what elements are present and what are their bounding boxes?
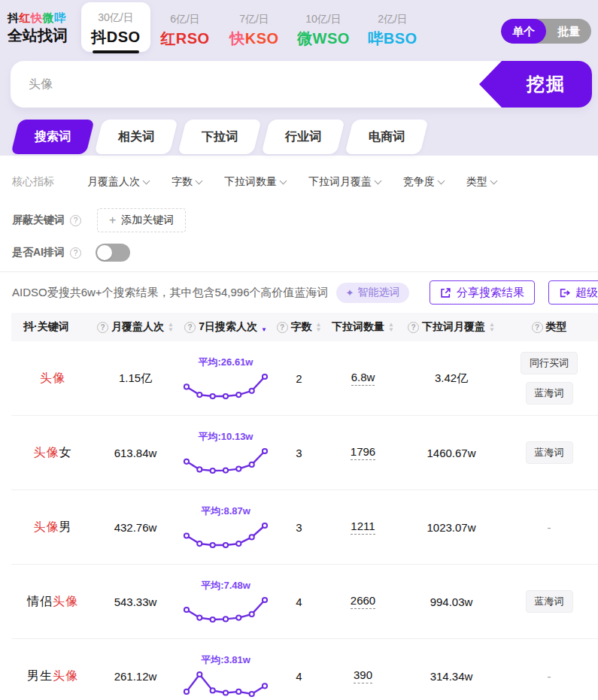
monthly-coverage-cell: 1.15亿	[94, 371, 177, 386]
header-area: 抖红快微哔 全站找词 30亿/日 抖DSO 6亿/日 红RSO 7亿/日 快KS…	[0, 0, 598, 156]
help-icon[interactable]: ?	[277, 322, 288, 333]
keyword-cell[interactable]: 头像女	[11, 445, 94, 461]
help-icon[interactable]: ?	[408, 322, 419, 333]
dropdown-count-link[interactable]: 6.8w	[351, 371, 375, 386]
sort-down-icon[interactable]: ▼	[316, 327, 322, 332]
filter-dropdown-label: 月覆盖人次	[87, 175, 140, 189]
content-panel: 核心指标 月覆盖人次 字数 下拉词数量 下拉词月覆盖 竞争度 类型 屏蔽关键词 …	[0, 172, 598, 700]
table-row: 头像 1.15亿 平均:26.61w 2 6.8w 3.42亿 同行买词蓝海词	[11, 341, 598, 416]
column-header[interactable]: ? 下拉词月覆盖 ▲ ▼	[402, 320, 500, 334]
type-tags-cell: 蓝海词	[500, 441, 598, 464]
platform-tab[interactable]: 30亿/日 抖DSO	[81, 2, 150, 52]
type-tag: 蓝海词	[526, 590, 573, 613]
dropdown-count-link[interactable]: 2660	[351, 594, 375, 609]
dropdown-count-link[interactable]: 1796	[351, 445, 375, 460]
platform-tab-name: 抖DSO	[81, 27, 150, 47]
sort-icons[interactable]: ▲ ▼	[168, 322, 174, 332]
sort-icons[interactable]: ▲ ▼	[316, 322, 322, 332]
column-header-label: 7日搜索人次	[199, 320, 257, 334]
trend-average-label: 平均:10.13w	[199, 430, 253, 444]
sort-down-icon[interactable]: ▼	[168, 327, 174, 332]
dropdown-count-link[interactable]: 1211	[351, 520, 375, 535]
filter-dropdown[interactable]: 字数	[172, 175, 202, 189]
mode-single-button[interactable]: 单个	[501, 19, 546, 44]
search-input-value: 头像	[29, 77, 53, 92]
trend-average-label: 平均:3.81w	[201, 653, 250, 667]
trend-sparkline	[181, 371, 271, 402]
sort-down-icon[interactable]: ▼	[388, 327, 394, 332]
divider	[0, 271, 598, 272]
help-icon[interactable]: ?	[532, 322, 543, 333]
word-type-tab[interactable]: 相关词	[94, 120, 178, 154]
filter-dropdown[interactable]: 下拉词数量	[224, 175, 286, 189]
smart-select-button[interactable]: ✦ 智能选词	[336, 283, 410, 303]
filter-dropdown[interactable]: 月覆盖人次	[87, 175, 149, 189]
platform-tab[interactable]: 7亿/日 快KSO	[220, 0, 289, 53]
filter-dropdown[interactable]: 下拉词月覆盖	[308, 175, 381, 189]
keyword-cell[interactable]: 情侣头像	[11, 594, 94, 610]
type-tags-cell: 蓝海词	[500, 590, 598, 613]
type-tags-cell: -	[500, 521, 598, 534]
dropdown-count-link[interactable]: 390	[354, 668, 372, 683]
platform-name-text: BSO	[384, 30, 417, 47]
add-keyword-label: 添加关键词	[121, 214, 174, 227]
word-type-tab[interactable]: 行业词	[261, 120, 345, 154]
word-count-cell: 4	[275, 670, 323, 683]
keyword-cell[interactable]: 头像	[11, 371, 94, 386]
ai-sort-toggle[interactable]	[96, 244, 130, 262]
filter-dropdowns: 月覆盖人次 字数 下拉词数量 下拉词月覆盖 竞争度 类型	[87, 175, 496, 189]
trend-cell: 平均:7.48w	[177, 579, 275, 625]
dig-button-label: 挖掘	[527, 74, 566, 94]
smart-select-label: 智能选词	[357, 286, 399, 299]
platform-tab[interactable]: 6亿/日 红RSO	[150, 0, 220, 53]
dig-button[interactable]: 挖掘	[479, 61, 592, 108]
export-icon	[559, 287, 570, 298]
platform-name-text: RSO	[176, 30, 210, 47]
word-type-tab[interactable]: 电商词	[345, 120, 428, 154]
help-icon[interactable]: ?	[184, 322, 196, 333]
mode-toggle: 单个 批量	[501, 19, 591, 44]
trend-sparkline	[181, 669, 271, 699]
platform-tab[interactable]: 2亿/日 哔BSO	[358, 0, 427, 53]
add-keyword-button[interactable]: + 添加关键词	[97, 208, 186, 232]
super-export-button[interactable]: 超级导出	[548, 280, 598, 305]
filter-dropdown[interactable]: 竞争度	[403, 175, 444, 189]
word-type-tab-label: 相关词	[118, 129, 154, 145]
dropdown-monthly-cell: 1460.67w	[402, 447, 500, 459]
sort-icons[interactable]: ▲ ▼	[261, 322, 267, 332]
word-type-tab[interactable]: 下拉词	[178, 120, 261, 154]
column-header[interactable]: ? 7日搜索人次 ▲ ▼	[177, 320, 275, 334]
keyword-cell[interactable]: 头像男	[11, 520, 94, 535]
column-header[interactable]: 抖·关键词	[11, 320, 94, 334]
sort-down-icon[interactable]: ▼	[261, 327, 267, 332]
keyword-cell[interactable]: 男生头像	[11, 668, 94, 684]
mode-batch-button[interactable]: 批量	[546, 19, 591, 44]
keyword-segment: 头像	[34, 445, 59, 461]
column-header[interactable]: ? 类型	[500, 320, 598, 334]
word-count-cell: 3	[275, 447, 323, 459]
chevron-down-icon	[438, 177, 445, 184]
share-results-button[interactable]: 分享搜索结果	[430, 280, 535, 305]
sort-icons[interactable]: ▲ ▼	[489, 322, 495, 332]
sort-icons[interactable]: ▲ ▼	[388, 322, 394, 332]
sort-down-icon[interactable]: ▼	[489, 327, 495, 332]
word-count-cell: 3	[275, 521, 323, 534]
word-type-tab-label: 电商词	[369, 129, 405, 145]
type-tag: 同行买词	[521, 352, 578, 374]
ai-sort-label: 是否AI排词	[12, 246, 65, 259]
column-header[interactable]: ? 月覆盖人次 ▲ ▼	[94, 320, 177, 334]
keyword-segment: 头像	[53, 668, 78, 684]
platform-tab[interactable]: 10亿/日 微WSO	[289, 0, 358, 53]
help-icon[interactable]: ?	[97, 322, 108, 333]
platform-tab-name: 快KSO	[220, 29, 289, 49]
word-type-tab[interactable]: 搜索词	[11, 120, 94, 154]
column-header[interactable]: 下拉词数量 ▲ ▼	[323, 320, 402, 334]
column-header[interactable]: ? 字数 ▲ ▼	[275, 320, 323, 334]
keyword-segment: 男	[59, 520, 72, 535]
filter-dropdown[interactable]: 类型	[466, 175, 496, 189]
column-header-label: 下拉词数量	[332, 320, 384, 334]
help-icon[interactable]: ?	[70, 247, 81, 259]
brand: 抖红快微哔 全站找词	[8, 0, 81, 46]
help-icon[interactable]: ?	[70, 215, 81, 226]
platform-tab-rate: 10亿/日	[289, 13, 358, 26]
